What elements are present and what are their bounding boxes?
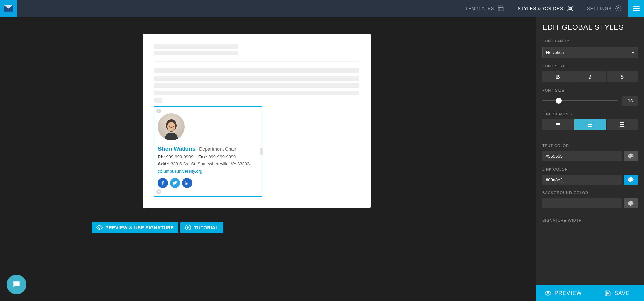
facebook-icon[interactable] (158, 178, 168, 188)
bg-color-label: BACKGROUND COLOR (542, 191, 638, 195)
fax-label: Fax: (198, 154, 207, 159)
svg-point-17 (631, 178, 631, 179)
placeholder-line (154, 91, 359, 95)
svg-point-21 (632, 202, 633, 203)
preview-use-label: PREVIEW & USE SIGNATURE (105, 225, 174, 230)
envelope-icon (3, 4, 13, 12)
placeholder-divider (154, 61, 359, 62)
design-tools-icon (567, 5, 574, 12)
text-color-label: TEXT COLOR (542, 144, 638, 148)
chat-widget[interactable] (7, 275, 26, 294)
ph-value: 999-999-9999 (166, 154, 194, 159)
text-color-input[interactable]: #555555 (542, 151, 622, 161)
email-preview-card: + Sheri Watkins Department (143, 34, 371, 208)
layout-icon (497, 5, 504, 12)
bg-color-picker[interactable] (624, 198, 638, 208)
sidebar-preview-label: PREVIEW (555, 290, 582, 296)
ph-label: Ph: (158, 154, 165, 159)
link-color-input[interactable]: #00a8e2 (542, 175, 622, 185)
topnav: TEMPLATES STYLES & COLORS SETTINGS (459, 0, 644, 17)
bottom-actions: PREVIEW & USE SIGNATURE TUTORIAL (92, 222, 223, 233)
nav-styles-label: STYLES & COLORS (518, 6, 563, 11)
font-style-group: B I S (542, 71, 638, 82)
line-spacing-label: LINE SPACING (542, 112, 638, 116)
palette-icon (628, 153, 634, 159)
svg-point-4 (618, 8, 619, 9)
topbar: TEMPLATES STYLES & COLORS SETTINGS (0, 0, 644, 17)
svg-point-19 (629, 202, 630, 203)
link-color-label: LINK COLOR (542, 167, 638, 171)
addr-label: Addr: (158, 161, 170, 167)
gear-icon (615, 5, 622, 12)
chevron-down-icon (632, 52, 634, 53)
signature-title: Department Chair (199, 146, 236, 152)
canvas: + Sheri Watkins Department (0, 17, 513, 301)
eye-icon (96, 224, 103, 231)
addr-value: 333 S 3rd St. Somewhereville, VA 33333 (171, 161, 250, 167)
linkedin-icon[interactable] (182, 178, 192, 188)
svg-point-9 (167, 122, 175, 131)
svg-point-20 (631, 202, 631, 202)
palette-icon (628, 177, 634, 183)
signature-address-row[interactable]: Addr: 333 S 3rd St. Somewhereville, VA 3… (158, 161, 258, 167)
preview-use-signature-button[interactable]: PREVIEW & USE SIGNATURE (92, 222, 178, 233)
resize-handle[interactable] (260, 148, 263, 155)
fax-value: 999-999-9999 (208, 154, 236, 159)
eye-icon (545, 290, 551, 297)
font-style-label: FONT STYLE (542, 64, 638, 68)
placeholder-line (154, 76, 359, 81)
signature-contact-row[interactable]: Ph: 999-999-9999 Fax: 999-999-9999 (158, 154, 258, 159)
svg-point-16 (629, 179, 630, 179)
hamburger-menu-button[interactable] (628, 0, 644, 17)
svg-rect-0 (498, 6, 503, 11)
add-block-bottom[interactable]: + (156, 189, 161, 194)
line-spacing-tight[interactable] (542, 119, 574, 130)
chat-icon (12, 280, 21, 289)
placeholder-line (154, 98, 162, 103)
placeholder-line (154, 51, 238, 55)
avatar-icon (158, 113, 185, 140)
line-spacing-group (542, 119, 638, 130)
signature-name-row[interactable]: Sheri Watkins Department Chair (158, 146, 258, 152)
line-spacing-normal[interactable] (574, 119, 606, 130)
twitter-icon[interactable] (170, 178, 180, 188)
sidebar-save-button[interactable]: SAVE (590, 285, 644, 301)
sidebar-save-label: SAVE (614, 290, 630, 296)
palette-icon (628, 200, 634, 206)
nav-settings-label: SETTINGS (587, 6, 612, 11)
font-family-select[interactable]: Helvetica (542, 47, 638, 58)
signature-box[interactable]: + Sheri Watkins Department (154, 106, 262, 197)
font-size-slider[interactable] (542, 100, 618, 101)
styles-sidebar: EDIT GLOBAL STYLES FONT FAMILY Helvetica… (536, 17, 644, 301)
signature-link[interactable]: columbusuniversity.org (158, 169, 202, 174)
slider-thumb[interactable] (556, 98, 562, 104)
strike-button[interactable]: S (607, 71, 638, 82)
text-color-picker[interactable] (624, 151, 638, 161)
svg-point-10 (99, 227, 100, 229)
font-size-value: 13 (622, 96, 638, 106)
signature-name: Sheri Watkins (158, 146, 196, 152)
tutorial-label: TUTORIAL (194, 225, 218, 230)
profile-avatar[interactable] (158, 113, 185, 140)
font-size-slider-row: 13 (542, 96, 638, 106)
sidebar-preview-button[interactable]: PREVIEW (536, 285, 590, 301)
app-logo[interactable] (0, 0, 17, 17)
italic-button[interactable]: I (574, 71, 606, 82)
bold-button[interactable]: B (542, 71, 574, 82)
font-family-value: Helvetica (546, 50, 564, 55)
line-spacing-wide[interactable] (607, 119, 638, 130)
add-block-top[interactable]: + (156, 109, 161, 113)
nav-styles-colors[interactable]: STYLES & COLORS (511, 0, 580, 17)
placeholder-line (154, 44, 238, 49)
signature-width-label: SIGNATURE WIDTH (542, 218, 638, 222)
tutorial-button[interactable]: TUTORIAL (180, 222, 223, 233)
bg-color-input[interactable] (542, 198, 622, 208)
svg-point-18 (632, 179, 633, 179)
nav-settings[interactable]: SETTINGS (580, 0, 628, 17)
menu-icon (632, 4, 641, 13)
svg-point-15 (632, 155, 633, 156)
link-color-row: #00a8e2 (542, 175, 638, 185)
play-circle-icon (185, 224, 191, 231)
nav-templates[interactable]: TEMPLATES (459, 0, 511, 17)
link-color-picker[interactable] (624, 175, 638, 185)
